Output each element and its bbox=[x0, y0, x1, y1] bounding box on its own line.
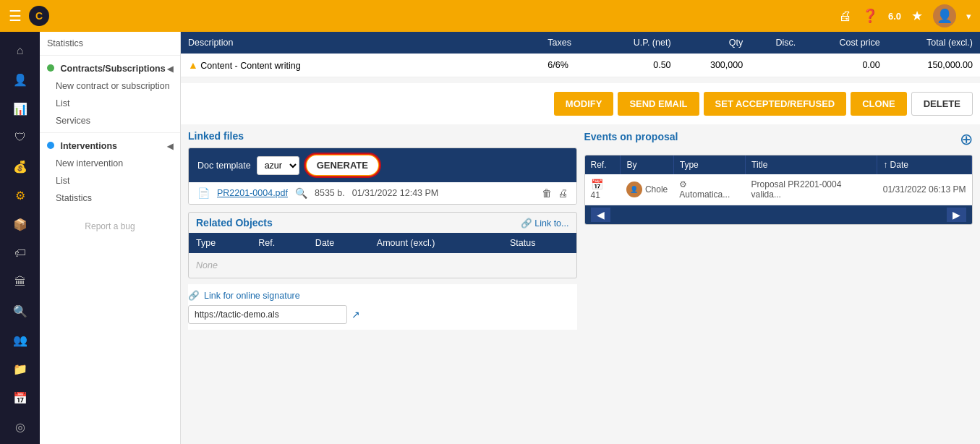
nav-home[interactable]: ⌂ bbox=[6, 38, 35, 64]
sidebar-item-new-intervention[interactable]: New intervention bbox=[40, 155, 180, 172]
avatar[interactable]: 👤 bbox=[933, 4, 956, 27]
avatar-chevron-icon[interactable]: ▾ bbox=[966, 11, 971, 22]
signature-label: 🔗 Link for online signature bbox=[188, 290, 577, 301]
events-table: Ref. By Type Title ↑ Date 📅 bbox=[585, 155, 973, 205]
doc-template-label: Doc template bbox=[197, 161, 251, 171]
nav-box[interactable]: 📦 bbox=[6, 211, 35, 237]
event-title-cell: Proposal PR2201-0004 valida... bbox=[746, 174, 877, 205]
interventions-bullet bbox=[47, 142, 54, 149]
help-icon[interactable]: ❓ bbox=[862, 8, 878, 24]
row-total-excl: 150,000.00 bbox=[887, 54, 980, 77]
related-empty-cell: None bbox=[189, 253, 576, 278]
signature-link-icon: 🔗 bbox=[188, 290, 200, 301]
nav-people[interactable]: 👥 bbox=[6, 327, 35, 353]
nav-folder[interactable]: 📁 bbox=[6, 356, 35, 382]
left-column: Linked files Doc template azur GENERATE … bbox=[188, 130, 577, 330]
file-date: 01/31/2022 12:43 PM bbox=[352, 188, 439, 198]
col-taxes: Taxes bbox=[540, 32, 598, 54]
event-type-label: Automatica... bbox=[679, 189, 730, 200]
col-description: Description bbox=[181, 32, 540, 54]
events-col-date[interactable]: ↑ Date bbox=[877, 155, 972, 174]
nav-tools[interactable]: ⚙ bbox=[6, 182, 35, 208]
related-col-ref: Ref. bbox=[251, 233, 308, 253]
row-taxes: 6/6% bbox=[540, 54, 598, 77]
nav-tag[interactable]: 🏷 bbox=[6, 240, 35, 266]
sidebar-section-contracts[interactable]: Contracts/Subscriptions ◀ bbox=[40, 59, 180, 77]
related-objects-panel: Related Objects 🔗 Link to... Type Ref. D… bbox=[188, 212, 577, 278]
linked-files-header: Doc template azur GENERATE bbox=[189, 148, 576, 182]
col-disc: Disc. bbox=[750, 32, 803, 54]
nav-user[interactable]: 👤 bbox=[6, 67, 35, 93]
event-ref-cell: 📅 41 bbox=[585, 174, 621, 205]
sidebar-item-new-contract[interactable]: New contract or subscription bbox=[40, 77, 180, 95]
contracts-collapse-icon: ◀ bbox=[167, 64, 173, 74]
interventions-collapse-icon: ◀ bbox=[167, 142, 173, 151]
nav-calendar[interactable]: 📅 bbox=[6, 385, 35, 411]
main-content: Description Taxes U.P. (net) Qty Disc. C… bbox=[181, 32, 980, 444]
hamburger-icon[interactable]: ☰ bbox=[9, 7, 22, 25]
signature-url-input[interactable] bbox=[188, 305, 347, 324]
nav-coins[interactable]: 💰 bbox=[6, 153, 35, 179]
signature-open-icon[interactable]: ↗ bbox=[351, 309, 360, 320]
nav-circle[interactable]: ◎ bbox=[6, 414, 35, 440]
event-by-name: Chole bbox=[645, 184, 668, 195]
linked-files-panel: Doc template azur GENERATE 📄 PR2201-0004… bbox=[188, 148, 577, 205]
nav-shield[interactable]: 🛡 bbox=[6, 124, 35, 150]
contracts-bullet bbox=[47, 64, 54, 72]
row-qty: 300,000 bbox=[678, 54, 751, 77]
sidebar: Statistics Contracts/Subscriptions ◀ New… bbox=[40, 32, 181, 444]
generate-button[interactable]: GENERATE bbox=[305, 154, 380, 176]
file-row: 📄 PR2201-0004.pdf 🔍 8535 b. 01/31/2022 1… bbox=[189, 182, 576, 204]
topbar: ☰ C 🖨 ❓ 6.0 ★ 👤 ▾ bbox=[0, 0, 980, 32]
events-col-by: By bbox=[621, 155, 673, 174]
event-ref: 41 bbox=[591, 190, 600, 200]
file-print-icon[interactable]: 🖨 bbox=[558, 187, 568, 199]
add-event-icon[interactable]: ⊕ bbox=[960, 130, 973, 149]
row-up-net: 0.50 bbox=[599, 54, 678, 77]
col-total-excl: Total (excl.) bbox=[887, 32, 980, 54]
events-col-ref: Ref. bbox=[585, 155, 621, 174]
events-title: Events on proposal bbox=[584, 131, 678, 142]
row-description: ▲ Content - Content writing bbox=[181, 54, 540, 77]
file-name[interactable]: PR2201-0004.pdf bbox=[217, 188, 288, 198]
scroll-right-button[interactable]: ▶ bbox=[947, 208, 966, 222]
file-actions: 🗑 🖨 bbox=[542, 187, 568, 199]
signature-section: 🔗 Link for online signature ↗ bbox=[188, 284, 577, 330]
sidebar-section-interventions[interactable]: Interventions ◀ bbox=[40, 136, 180, 155]
link-to-button[interactable]: 🔗 Link to... bbox=[521, 218, 569, 229]
col-up-net: U.P. (net) bbox=[599, 32, 678, 54]
app-logo: C bbox=[29, 6, 49, 26]
nav-search[interactable]: 🔍 bbox=[6, 298, 35, 324]
sidebar-item-interventions-stats[interactable]: Statistics bbox=[40, 189, 180, 207]
delete-button[interactable]: DELETE bbox=[911, 92, 973, 116]
table-row: ▲ Content - Content writing 6/6% 0.50 30… bbox=[181, 54, 980, 77]
right-column: Events on proposal ⊕ Ref. By Type Title … bbox=[584, 130, 973, 330]
doc-template-select[interactable]: azur bbox=[257, 156, 299, 175]
nav-building[interactable]: 🏛 bbox=[6, 269, 35, 295]
related-objects-header: Related Objects 🔗 Link to... bbox=[189, 213, 576, 233]
event-gear-icon: ⚙ bbox=[679, 179, 687, 189]
event-date: 01/31/2022 06:13 PM bbox=[883, 184, 966, 195]
sidebar-item-interventions-list[interactable]: List bbox=[40, 172, 180, 189]
star-icon[interactable]: ★ bbox=[911, 8, 923, 24]
events-scroll-bar: ◀ ▶ bbox=[585, 205, 973, 224]
sidebar-item-services[interactable]: Services bbox=[40, 112, 180, 129]
event-calendar-icon: 📅 bbox=[591, 179, 603, 190]
print-icon[interactable]: 🖨 bbox=[839, 9, 852, 24]
row-icon: ▲ bbox=[188, 59, 198, 71]
related-col-amount: Amount (excl.) bbox=[370, 233, 503, 253]
report-bug-link[interactable]: Report a bug bbox=[40, 207, 180, 246]
file-delete-icon[interactable]: 🗑 bbox=[542, 187, 552, 199]
sidebar-item-contracts-list[interactable]: List bbox=[40, 95, 180, 112]
linked-files-title: Linked files bbox=[188, 130, 577, 142]
scroll-left-button[interactable]: ◀ bbox=[591, 208, 610, 222]
set-accepted-button[interactable]: SET ACCEPTED/REFUSED bbox=[704, 92, 847, 116]
send-email-button[interactable]: SEND EMAIL bbox=[618, 92, 699, 116]
related-col-status: Status bbox=[503, 233, 576, 253]
file-search-icon[interactable]: 🔍 bbox=[295, 187, 307, 199]
clone-button[interactable]: CLONE bbox=[851, 92, 907, 116]
modify-button[interactable]: MODIFY bbox=[554, 92, 614, 116]
two-col-section: Linked files Doc template azur GENERATE … bbox=[181, 124, 980, 336]
nav-chart[interactable]: 📊 bbox=[6, 95, 35, 121]
sidebar-item-statistics-top[interactable]: Statistics bbox=[40, 35, 180, 52]
